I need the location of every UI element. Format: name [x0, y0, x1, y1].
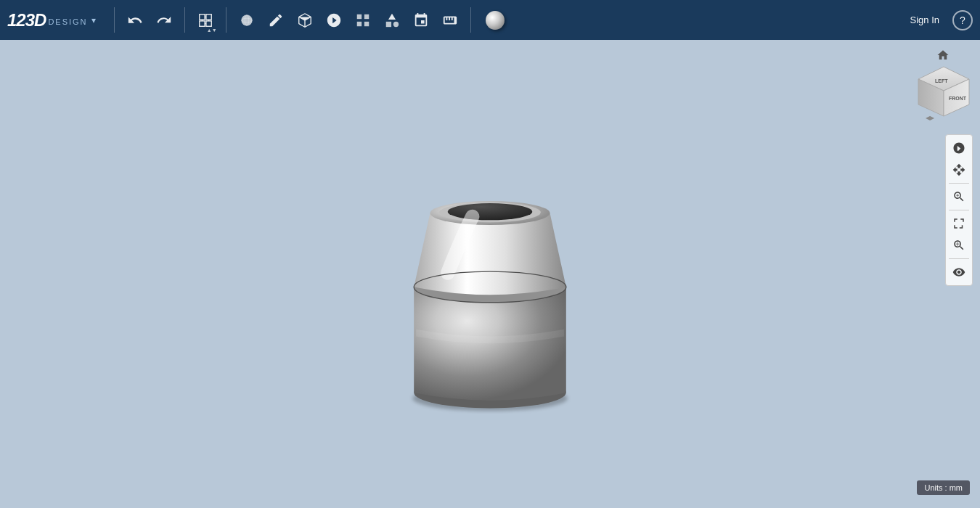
divider-3 — [226, 7, 226, 33]
svg-text:◀▶: ◀▶ — [926, 115, 935, 121]
right-divider-2 — [949, 210, 969, 210]
logo-dropdown-icon[interactable]: ▾ — [91, 15, 96, 25]
undo-redo-group — [122, 7, 177, 33]
view-cube-3d: LEFT FRONT ◀▶ — [915, 63, 973, 121]
divider-2 — [184, 7, 185, 33]
sketch-button[interactable] — [263, 7, 289, 33]
logo-sub: DESIGN — [48, 17, 87, 26]
divider-4 — [470, 7, 471, 33]
inner-hole — [448, 203, 532, 220]
right-divider-3 — [949, 258, 969, 259]
viewport[interactable]: LEFT FRONT ◀▶ — [0, 40, 980, 508]
measure-icon — [442, 12, 458, 28]
divider-1 — [114, 7, 115, 33]
measure-button[interactable] — [437, 7, 463, 33]
units-badge[interactable]: Units : mm — [917, 480, 970, 495]
svg-point-12 — [393, 21, 398, 26]
zoom-button[interactable] — [949, 187, 969, 207]
modify-icon — [326, 12, 342, 28]
3d-model-container[interactable] — [370, 160, 610, 414]
main-tools-group — [234, 7, 463, 33]
zoom-in-button[interactable] — [949, 235, 969, 255]
right-divider-1 — [949, 183, 969, 184]
orbit-button[interactable] — [949, 138, 969, 158]
svg-rect-10 — [364, 21, 368, 25]
grid-canvas — [0, 40, 218, 149]
logo-area[interactable]: 123DDESIGN ▾ — [7, 10, 96, 30]
toolbar: 123DDESIGN ▾ ▲▼ — [0, 0, 980, 40]
svg-rect-2 — [199, 20, 204, 25]
pattern-icon — [355, 12, 371, 28]
primitives-button[interactable] — [234, 7, 260, 33]
snap-button[interactable] — [408, 7, 434, 33]
sketch-icon — [268, 12, 284, 28]
svg-rect-0 — [199, 14, 204, 19]
transform-icon — [197, 12, 213, 28]
snap-icon — [413, 12, 429, 28]
sign-in-button[interactable]: Sign In — [903, 11, 947, 29]
zoom-icon — [952, 190, 965, 203]
fit-all-icon — [952, 217, 965, 230]
view-cube-home-button[interactable] — [935, 47, 951, 63]
modify-button[interactable] — [321, 7, 347, 33]
svg-point-4 — [241, 15, 252, 25]
transform-button[interactable]: ▲▼ — [192, 7, 219, 33]
svg-text:FRONT: FRONT — [949, 96, 967, 101]
redo-icon — [156, 12, 172, 28]
svg-rect-9 — [356, 21, 361, 25]
right-controls-panel — [945, 134, 973, 286]
pan-button[interactable] — [949, 160, 969, 180]
material-sphere-icon — [486, 11, 505, 30]
svg-rect-8 — [364, 14, 368, 18]
transform-label-small: ▲▼ — [207, 28, 217, 33]
orbit-icon — [952, 142, 965, 155]
pan-icon — [952, 163, 965, 176]
3d-model — [370, 160, 610, 414]
undo-icon — [127, 12, 143, 28]
redo-button[interactable] — [151, 7, 177, 33]
group-button[interactable] — [379, 7, 405, 33]
svg-rect-11 — [385, 21, 391, 26]
undo-button[interactable] — [122, 7, 148, 33]
construct-icon — [297, 12, 313, 28]
home-icon — [936, 49, 950, 62]
view-mode-button[interactable] — [949, 262, 969, 282]
zoom-in-icon — [952, 239, 965, 252]
material-button[interactable] — [482, 7, 508, 33]
help-button[interactable]: ? — [952, 10, 973, 30]
pattern-button[interactable] — [350, 7, 376, 33]
svg-rect-3 — [205, 20, 211, 25]
construct-button[interactable] — [292, 7, 318, 33]
view-cube: LEFT FRONT ◀▶ — [907, 47, 973, 127]
logo-text: 123DDESIGN — [7, 10, 88, 30]
transform-group: ▲▼ — [192, 7, 219, 33]
svg-rect-1 — [205, 14, 211, 19]
view-mode-icon — [952, 266, 965, 279]
fit-all-button[interactable] — [949, 213, 969, 234]
svg-rect-7 — [356, 14, 361, 18]
svg-text:LEFT: LEFT — [935, 78, 948, 83]
cylinder-body — [414, 287, 566, 400]
primitives-icon — [239, 12, 255, 28]
group-icon — [384, 12, 400, 28]
